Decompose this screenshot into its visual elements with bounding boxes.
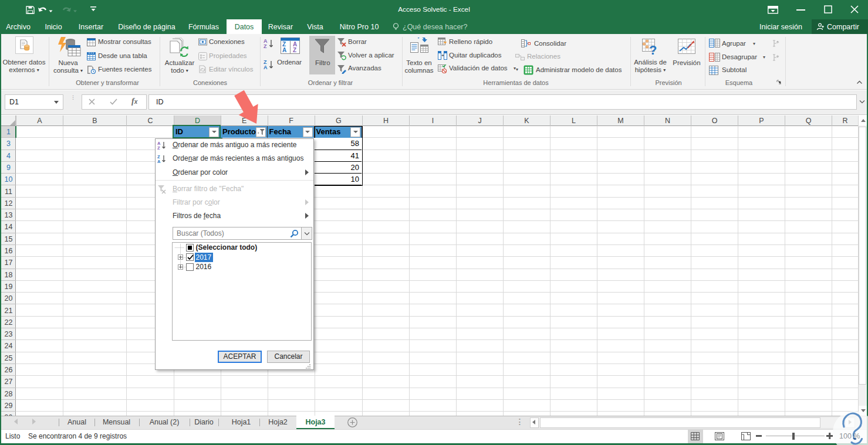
svg-text:?: ? <box>649 43 657 56</box>
svg-text:Z: Z <box>264 43 267 49</box>
svg-text:A: A <box>264 64 268 70</box>
svg-text:A: A <box>282 47 286 53</box>
svg-text:Z: Z <box>157 145 160 150</box>
svg-text:Z: Z <box>293 47 296 53</box>
svg-text:A: A <box>157 159 161 164</box>
